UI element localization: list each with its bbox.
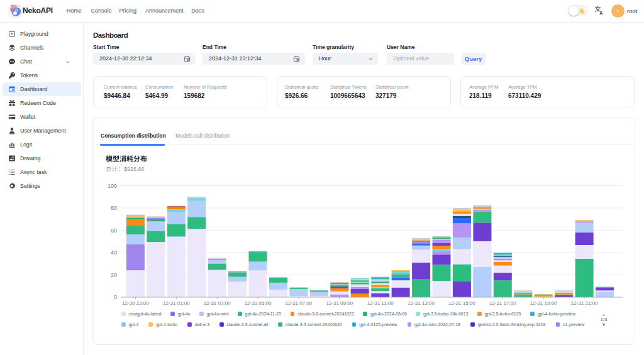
svg-text:12-31 17:00: 12-31 17:00 — [489, 300, 516, 306]
svg-text:80: 80 — [111, 205, 117, 211]
svg-text:40: 40 — [111, 249, 117, 256]
svg-text:12-31 05:00: 12-31 05:00 — [245, 300, 272, 306]
svg-text:12-31 01:00: 12-31 01:00 — [163, 300, 190, 306]
svg-text:12-31 07:00: 12-31 07:00 — [286, 300, 313, 306]
svg-text:12-31 11:00: 12-31 11:00 — [367, 300, 394, 306]
svg-text:0: 0 — [114, 294, 117, 300]
svg-text:12-31 21:00: 12-31 21:00 — [571, 300, 598, 306]
svg-text:60: 60 — [111, 227, 117, 234]
svg-text:12-31 19:00: 12-31 19:00 — [530, 300, 557, 306]
svg-text:20: 20 — [111, 272, 117, 278]
svg-text:12-31 15:00: 12-31 15:00 — [448, 300, 475, 306]
svg-text:12-31 03:00: 12-31 03:00 — [204, 300, 231, 306]
svg-text:100: 100 — [108, 183, 117, 189]
svg-text:12-31 13:00: 12-31 13:00 — [408, 300, 435, 306]
svg-text:12-30 23:00: 12-30 23:00 — [122, 300, 149, 306]
svg-text:12-31 09:00: 12-31 09:00 — [326, 300, 353, 306]
